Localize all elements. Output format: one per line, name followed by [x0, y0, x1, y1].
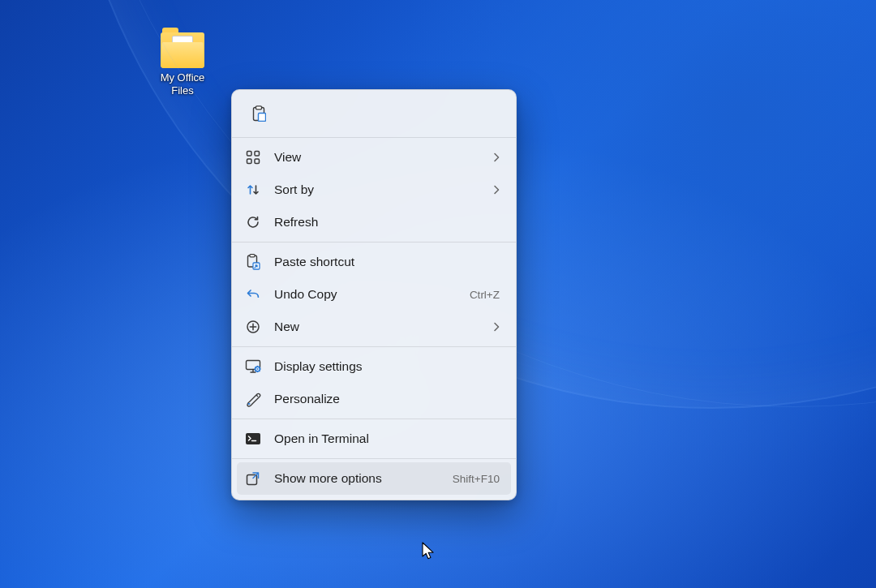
menu-item-view[interactable]: View: [237, 141, 511, 174]
mouse-cursor-icon: [422, 542, 436, 561]
menu-item-label: Sort by: [274, 182, 480, 197]
svg-point-13: [257, 368, 259, 370]
menu-item-refresh[interactable]: Refresh: [237, 206, 511, 238]
paste-action-button[interactable]: [243, 100, 274, 127]
svg-rect-1: [256, 106, 262, 109]
menu-item-label: Paste shortcut: [274, 255, 500, 269]
menu-item-label: Show more options: [274, 471, 440, 486]
menu-item-open-in-terminal[interactable]: Open in Terminal: [237, 423, 511, 455]
grid-icon: [245, 149, 261, 165]
menu-item-label: Display settings: [274, 359, 500, 374]
svg-rect-5: [247, 159, 252, 164]
menu-item-sort-by[interactable]: Sort by: [237, 174, 511, 206]
menu-item-label: Open in Terminal: [274, 431, 500, 446]
svg-rect-2: [259, 114, 266, 122]
menu-separator: [232, 458, 516, 459]
menu-separator: [232, 418, 516, 419]
svg-rect-15: [246, 433, 260, 444]
menu-item-display-settings[interactable]: Display settings: [237, 350, 511, 383]
menu-separator: [232, 346, 516, 347]
menu-item-paste-shortcut[interactable]: Paste shortcut: [237, 246, 511, 278]
menu-item-label: Undo Copy: [274, 287, 457, 302]
new-icon: [245, 319, 261, 335]
menu-item-undo-copy[interactable]: Undo Copy Ctrl+Z: [237, 278, 511, 311]
clipboard-icon: [251, 105, 267, 122]
folder-icon: [161, 32, 204, 68]
paste-shortcut-icon: [245, 254, 261, 270]
menu-item-show-more-options[interactable]: Show more options Shift+F10: [237, 462, 511, 495]
svg-rect-3: [247, 152, 252, 157]
terminal-icon: [245, 431, 261, 447]
sort-icon: [245, 182, 261, 198]
menu-item-label: New: [274, 320, 480, 334]
svg-rect-6: [255, 159, 260, 164]
svg-point-14: [247, 403, 250, 405]
svg-rect-4: [255, 152, 260, 157]
menu-item-new[interactable]: New: [237, 311, 511, 343]
menu-item-accelerator: Ctrl+Z: [470, 289, 500, 301]
menu-separator: [232, 242, 516, 242]
svg-rect-8: [250, 255, 255, 257]
chevron-right-icon: [493, 152, 500, 162]
refresh-icon: [245, 214, 261, 230]
undo-icon: [245, 286, 261, 303]
desktop-icon-my-office-files[interactable]: My OfficeFiles: [150, 32, 215, 98]
desktop-context-menu: View Sort by Refresh Paste shortcut Undo…: [231, 89, 517, 500]
menu-separator: [232, 137, 516, 138]
menu-item-label: Refresh: [274, 215, 500, 230]
display-settings-icon: [245, 358, 261, 375]
menu-item-accelerator: Shift+F10: [453, 473, 500, 485]
menu-item-personalize[interactable]: Personalize: [237, 383, 511, 415]
desktop-icon-label: My OfficeFiles: [161, 71, 205, 98]
menu-item-label: View: [274, 150, 480, 165]
chevron-right-icon: [493, 185, 500, 195]
personalize-icon: [245, 391, 261, 407]
chevron-right-icon: [493, 322, 500, 332]
context-menu-action-row: [237, 95, 511, 134]
menu-item-label: Personalize: [274, 392, 500, 406]
expand-icon: [245, 470, 261, 487]
